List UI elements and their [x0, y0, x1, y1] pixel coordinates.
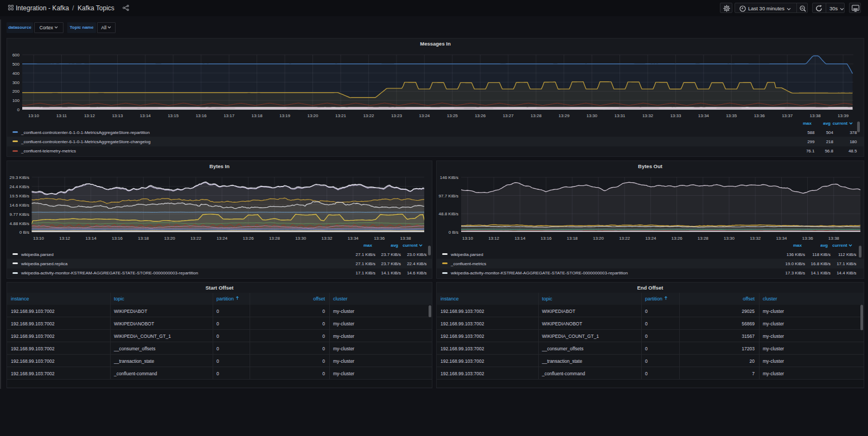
- svg-text:13:14: 13:14: [86, 236, 97, 241]
- svg-text:13:11: 13:11: [56, 113, 67, 118]
- svg-text:13:14: 13:14: [140, 113, 151, 118]
- svg-text:13:16: 13:16: [112, 236, 123, 241]
- svg-text:13:31: 13:31: [614, 113, 626, 118]
- svg-text:13:36: 13:36: [802, 236, 814, 241]
- svg-text:29.3 KiB/s: 29.3 KiB/s: [10, 175, 29, 180]
- svg-text:13:10: 13:10: [33, 236, 44, 241]
- svg-text:13:34: 13:34: [698, 113, 710, 118]
- svg-text:13:26: 13:26: [475, 113, 486, 118]
- svg-text:13:13: 13:13: [112, 113, 123, 118]
- svg-text:13:10: 13:10: [462, 236, 474, 241]
- svg-text:13:18: 13:18: [252, 113, 263, 118]
- svg-text:0 B/s: 0 B/s: [20, 230, 29, 235]
- svg-text:13:35: 13:35: [726, 113, 737, 118]
- svg-text:13:23: 13:23: [391, 113, 403, 118]
- svg-text:24.4 KiB/s: 24.4 KiB/s: [10, 184, 29, 189]
- svg-text:13:34: 13:34: [776, 236, 787, 241]
- svg-text:13:27: 13:27: [503, 113, 514, 118]
- svg-text:13:22: 13:22: [190, 236, 202, 241]
- svg-text:48.8 KiB/s: 48.8 KiB/s: [439, 211, 458, 216]
- svg-text:13:32: 13:32: [642, 113, 654, 118]
- svg-text:13:33: 13:33: [670, 113, 681, 118]
- svg-text:13:25: 13:25: [447, 113, 458, 118]
- svg-text:13:39: 13:39: [838, 113, 849, 118]
- svg-text:13:26: 13:26: [243, 236, 254, 241]
- svg-text:13:28: 13:28: [269, 236, 280, 241]
- svg-text:600: 600: [12, 53, 20, 57]
- svg-text:13:21: 13:21: [335, 113, 347, 118]
- svg-text:13:24: 13:24: [645, 236, 656, 241]
- svg-text:13:34: 13:34: [348, 236, 359, 241]
- svg-text:13:30: 13:30: [295, 236, 307, 241]
- svg-text:13:20: 13:20: [307, 113, 318, 118]
- svg-text:13:12: 13:12: [59, 236, 71, 241]
- svg-text:300: 300: [12, 80, 20, 85]
- svg-text:13:32: 13:32: [321, 236, 333, 241]
- svg-text:13:17: 13:17: [224, 113, 235, 118]
- svg-text:13:38: 13:38: [828, 236, 840, 241]
- svg-text:13:36: 13:36: [374, 236, 385, 241]
- svg-text:400: 400: [12, 71, 20, 76]
- svg-text:13:20: 13:20: [593, 236, 604, 241]
- svg-text:13:14: 13:14: [514, 236, 526, 241]
- svg-text:13:30: 13:30: [586, 113, 598, 118]
- svg-text:13:15: 13:15: [168, 113, 179, 118]
- svg-text:13:26: 13:26: [672, 236, 683, 241]
- svg-text:13:20: 13:20: [164, 236, 176, 241]
- svg-text:13:36: 13:36: [754, 113, 765, 118]
- svg-text:13:38: 13:38: [400, 236, 411, 241]
- svg-text:97.7 KiB/s: 97.7 KiB/s: [439, 194, 458, 198]
- svg-text:13:12: 13:12: [84, 113, 95, 118]
- svg-text:13:22: 13:22: [619, 236, 630, 241]
- svg-text:13:19: 13:19: [279, 113, 291, 118]
- svg-text:19.5 KiB/s: 19.5 KiB/s: [10, 194, 29, 198]
- svg-text:13:16: 13:16: [541, 236, 552, 241]
- svg-text:14.6 KiB/s: 14.6 KiB/s: [10, 203, 29, 208]
- svg-text:13:24: 13:24: [216, 236, 228, 241]
- svg-text:500: 500: [12, 62, 20, 67]
- svg-text:13:32: 13:32: [750, 236, 761, 241]
- svg-text:9.77 KiB/s: 9.77 KiB/s: [10, 212, 29, 217]
- svg-text:4.88 KiB/s: 4.88 KiB/s: [10, 221, 29, 226]
- svg-text:146 KiB/s: 146 KiB/s: [440, 175, 458, 180]
- svg-text:13:38: 13:38: [810, 113, 821, 118]
- svg-text:13:24: 13:24: [419, 113, 430, 118]
- svg-text:200: 200: [12, 89, 20, 94]
- svg-text:100: 100: [12, 98, 20, 103]
- svg-text:0: 0: [17, 107, 20, 112]
- svg-text:13:12: 13:12: [488, 236, 500, 241]
- svg-text:13:18: 13:18: [138, 236, 149, 241]
- svg-text:13:37: 13:37: [782, 113, 793, 118]
- svg-text:13:28: 13:28: [698, 236, 709, 241]
- svg-text:13:10: 13:10: [28, 113, 40, 118]
- svg-text:13:22: 13:22: [363, 113, 374, 118]
- svg-text:0 B/s: 0 B/s: [449, 230, 458, 235]
- svg-text:13:28: 13:28: [531, 113, 542, 118]
- svg-text:13:29: 13:29: [559, 113, 570, 118]
- svg-text:13:18: 13:18: [567, 236, 578, 241]
- svg-text:13:16: 13:16: [196, 113, 207, 118]
- svg-text:13:30: 13:30: [724, 236, 735, 241]
